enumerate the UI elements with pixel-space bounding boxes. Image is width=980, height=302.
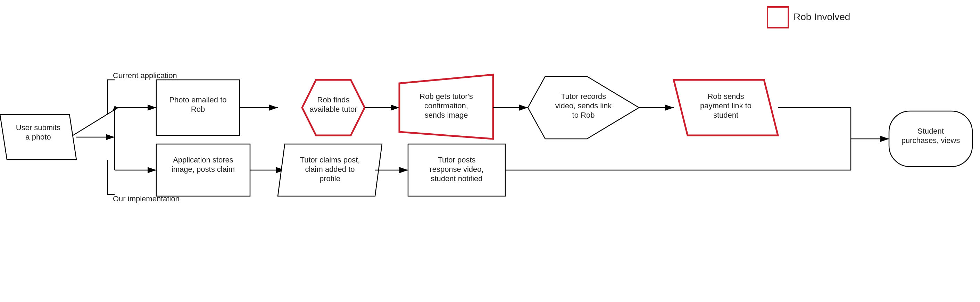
current-app-label: Current application	[113, 71, 177, 80]
tutor-records-label3: to Rob	[572, 111, 595, 119]
rob-finds-label2: available tutor	[310, 105, 357, 113]
legend-label: Rob Involved	[794, 11, 850, 22]
photo-emailed-label1: Photo emailed to	[169, 95, 226, 104]
rob-finds-label1: Rob finds	[317, 95, 350, 104]
rob-gets-label3: sends image	[425, 111, 468, 119]
app-stores-label2: image, posts claim	[172, 165, 235, 173]
tutor-records-label1: Tutor records	[561, 92, 606, 101]
student-purchases-label1: Student	[918, 127, 944, 135]
rob-gets-label1: Rob gets tutor's	[420, 92, 473, 101]
svg-line-1	[73, 108, 118, 135]
tutor-posts-label2: response video,	[430, 165, 484, 173]
rob-sends-label1: Rob sends	[707, 92, 744, 101]
tutor-claims-label2: claim added to	[305, 165, 355, 173]
rob-sends-label2: payment link to	[700, 101, 751, 110]
svg-rect-0	[767, 7, 788, 28]
tutor-claims-label1: Tutor claims post,	[300, 156, 360, 164]
our-impl-bracket	[108, 160, 115, 194]
tutor-posts-label1: Tutor posts	[438, 156, 476, 164]
student-purchases-label2: purchases, views	[902, 136, 960, 145]
tutor-posts-label3: student notified	[431, 174, 482, 183]
rob-gets-label2: confirmation,	[424, 101, 468, 110]
user-submits-label2: a photo	[25, 133, 51, 141]
rob-sends-label3: student	[713, 111, 738, 119]
photo-emailed-label2: Rob	[191, 105, 205, 113]
tutor-records-label2: video, sends link	[555, 101, 612, 110]
app-stores-label1: Application stores	[173, 156, 233, 164]
tutor-claims-label3: profile	[320, 174, 340, 183]
user-submits-label: User submits	[16, 123, 60, 132]
